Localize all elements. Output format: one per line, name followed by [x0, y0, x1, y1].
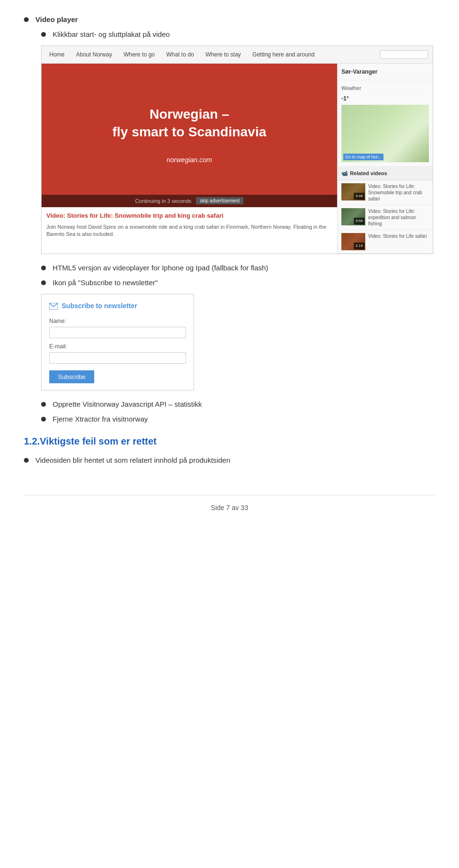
page-number: Side 7 av 33	[211, 504, 248, 512]
video-player[interactable]: Norwegian – fly smart to Scandinavia nor…	[42, 64, 337, 207]
bullet-item-3: Ikon på "Subscribe to newsletter"	[41, 278, 435, 289]
email-input[interactable]	[49, 352, 186, 364]
video-info: Video: Stories for Life: Snowmobile trip…	[42, 207, 337, 242]
related-title-3: Video: Stories for Life safari	[368, 233, 427, 239]
page-title: Video player	[35, 15, 78, 23]
video-section: Norwegian – fly smart to Scandinavia nor…	[42, 64, 337, 254]
ad-countdown: Continuing in 3 seconds	[135, 197, 191, 205]
related-title-2: Video: Stories for Life: expedition and …	[368, 208, 429, 227]
section-title-item: Video player	[24, 14, 435, 25]
duration-1: 3:48	[354, 193, 364, 200]
related-thumb-1: 3:48	[341, 183, 365, 200]
section-title-text: Video player	[35, 14, 78, 25]
bullet-dot-3	[41, 280, 46, 285]
related-thumb-2: 3:56	[341, 208, 365, 225]
ad-url: norwegian.com	[112, 155, 266, 165]
bullet-item-6: Videosiden blir hentet ut som relatert i…	[24, 455, 435, 466]
sidebar: Sør-Varanger Weather -1° Go to map of No…	[337, 64, 433, 254]
bullet-item-4: Opprette Visitnorway Javascript API – st…	[41, 399, 435, 410]
subscribe-button[interactable]: Subscribe	[49, 370, 94, 383]
nav-bar: Home About Norway Where to go What to do…	[42, 46, 433, 64]
bullet-text-3: Ikon på "Subscribe to newsletter"	[53, 278, 158, 289]
related-thumb-3: 2:15	[341, 233, 365, 250]
section-2: Videosiden blir hentet ut som relatert i…	[24, 455, 435, 466]
bullet-item-5: Fjerne Xtractor fra visitnorway	[41, 414, 435, 425]
bullet-item-2: HTML5 versjon av videoplayer for Iphone …	[41, 263, 435, 274]
duration-3: 2:15	[354, 243, 364, 249]
nav-where-to-stay[interactable]: Where to stay	[203, 49, 244, 60]
ad-line2: fly smart to Scandinavia	[112, 124, 266, 139]
content-area: Norwegian – fly smart to Scandinavia nor…	[42, 64, 433, 254]
newsletter-header: Subscribe to newsletter	[49, 301, 186, 311]
sidebar-weather: Weather -1° Go to map of Nor...	[338, 80, 433, 167]
bullet-text-1: Klikkbar start- og sluttplakat på video	[53, 29, 170, 40]
email-label: E-mail:	[49, 342, 186, 351]
bullet-dot-6	[24, 458, 29, 463]
name-label: Name:	[49, 317, 186, 325]
bullet-text-2: HTML5 versjon av videoplayer for Iphone …	[53, 263, 268, 274]
nav-home[interactable]: Home	[46, 49, 67, 60]
email-field: E-mail:	[49, 342, 186, 364]
duration-2: 3:56	[354, 218, 364, 224]
location-name: Sør-Varanger	[341, 67, 429, 76]
bullet-dot-2	[41, 266, 46, 270]
related-video-2[interactable]: 3:56 Video: Stories for Life: expedition…	[338, 205, 433, 230]
bullet-dot-1	[41, 32, 46, 37]
search-input[interactable]	[380, 50, 428, 59]
map-button[interactable]: Go to map of Nor...	[343, 154, 383, 160]
weather-label: Weather	[341, 84, 429, 92]
bullet-item-1: Klikkbar start- og sluttplakat på video	[41, 29, 435, 40]
related-video-3[interactable]: 2:15 Video: Stories for Life safari	[338, 230, 433, 254]
video-player-screenshot: Home About Norway Where to go What to do…	[41, 45, 433, 254]
bullet-dot	[24, 17, 29, 22]
related-videos-icon: 📹	[341, 169, 348, 178]
nav-what-to-do[interactable]: What to do	[164, 49, 197, 60]
name-field: Name:	[49, 317, 186, 338]
page-footer: Side 7 av 33	[24, 495, 435, 513]
related-videos-label: Related videos	[350, 169, 387, 178]
ad-line1: Norwegian –	[150, 107, 229, 122]
skip-ad-button[interactable]: skip advertisement	[196, 197, 243, 204]
nav-getting-here[interactable]: Getting here and around	[250, 49, 317, 60]
video-title: Video: Stories for Life: Snowmobile trip…	[46, 211, 332, 221]
ad-bottom-bar: Continuing in 3 seconds skip advertiseme…	[42, 195, 337, 208]
sidebar-location: Sør-Varanger	[338, 64, 433, 80]
section-heading-12: 1.2.Viktigste feil som er rettet	[24, 434, 435, 448]
nav-where-to-go[interactable]: Where to go	[120, 49, 157, 60]
name-input[interactable]	[49, 327, 186, 338]
video-description: Join Norway host David Spinx on a snowmo…	[46, 223, 332, 238]
bullet-dot-4	[41, 402, 46, 407]
nav-about[interactable]: About Norway	[73, 49, 115, 60]
weather-value: -1°	[341, 94, 429, 103]
related-videos-header: 📹 Related videos	[338, 167, 433, 181]
related-video-1[interactable]: 3:48 Video: Stories for Life: Snowmobile…	[338, 180, 433, 205]
related-title-1: Video: Stories for Life: Snowmobile trip…	[368, 183, 429, 202]
bullet-text-5: Fjerne Xtractor fra visitnorway	[53, 414, 148, 425]
newsletter-screenshot: Subscribe to newsletter Name: E-mail: Su…	[41, 294, 194, 390]
newsletter-title: Subscribe to newsletter	[62, 301, 137, 311]
ad-main-title: Norwegian – fly smart to Scandinavia	[112, 106, 266, 141]
mail-icon	[49, 303, 58, 310]
bullet-dot-5	[41, 417, 46, 422]
sidebar-map: Go to map of Nor...	[341, 105, 429, 162]
bullet-text-4: Opprette Visitnorway Javascript API – st…	[53, 399, 202, 410]
video-ad-content: Norwegian – fly smart to Scandinavia nor…	[112, 106, 266, 165]
bullet-text-6: Videosiden blir hentet ut som relatert i…	[35, 455, 230, 466]
